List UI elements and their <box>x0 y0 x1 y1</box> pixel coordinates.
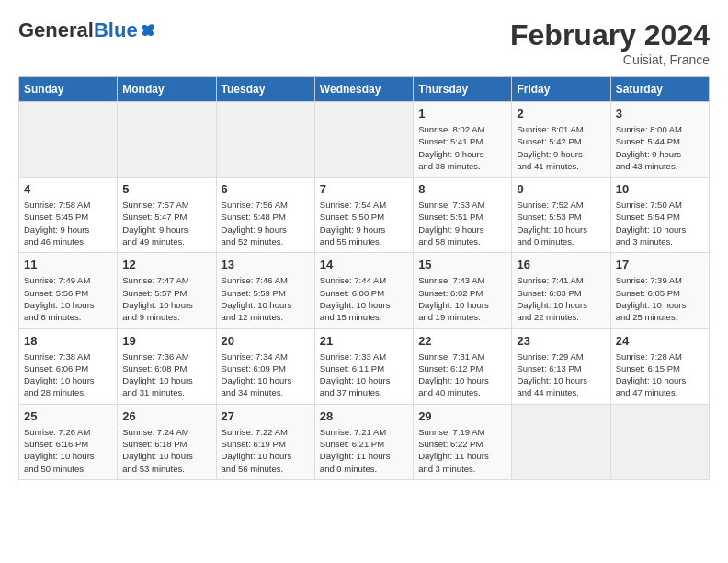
logo-general: General <box>18 18 94 42</box>
day-info: Sunrise: 7:38 AM Sunset: 6:06 PM Dayligh… <box>24 350 112 399</box>
weekday-header-monday: Monday <box>118 77 216 102</box>
location-subtitle: Cuisiat, France <box>510 52 710 67</box>
calendar-day-cell: 9Sunrise: 7:52 AM Sunset: 5:53 PM Daylig… <box>512 178 610 253</box>
day-number: 3 <box>616 107 704 121</box>
weekday-header-sunday: Sunday <box>19 77 118 102</box>
day-info: Sunrise: 7:34 AM Sunset: 6:09 PM Dayligh… <box>222 350 310 399</box>
calendar-day-cell: 21Sunrise: 7:33 AM Sunset: 6:11 PM Dayli… <box>314 328 413 404</box>
day-info: Sunrise: 7:19 AM Sunset: 6:22 PM Dayligh… <box>418 426 506 475</box>
calendar-day-cell: 3Sunrise: 8:00 AM Sunset: 5:44 PM Daylig… <box>610 102 709 178</box>
calendar-week-row: 4Sunrise: 7:58 AM Sunset: 5:45 PM Daylig… <box>19 178 710 253</box>
calendar-week-row: 18Sunrise: 7:38 AM Sunset: 6:06 PM Dayli… <box>19 328 710 404</box>
weekday-header-saturday: Saturday <box>610 77 709 102</box>
weekday-header-friday: Friday <box>512 77 610 102</box>
calendar-day-cell <box>610 404 709 479</box>
calendar-day-cell: 14Sunrise: 7:44 AM Sunset: 6:00 PM Dayli… <box>314 253 413 328</box>
calendar-day-cell: 28Sunrise: 7:21 AM Sunset: 6:21 PM Dayli… <box>314 404 413 479</box>
day-number: 11 <box>24 258 112 271</box>
calendar-day-cell: 17Sunrise: 7:39 AM Sunset: 6:05 PM Dayli… <box>610 253 709 328</box>
calendar-day-cell <box>512 404 610 479</box>
day-info: Sunrise: 7:52 AM Sunset: 5:53 PM Dayligh… <box>517 199 605 247</box>
calendar-day-cell: 12Sunrise: 7:47 AM Sunset: 5:57 PM Dayli… <box>118 253 216 328</box>
day-info: Sunrise: 7:46 AM Sunset: 5:59 PM Dayligh… <box>222 274 310 323</box>
day-number: 26 <box>122 409 210 423</box>
day-info: Sunrise: 7:41 AM Sunset: 6:03 PM Dayligh… <box>517 274 605 323</box>
logo: GeneralBlue <box>18 18 156 42</box>
calendar-day-cell: 25Sunrise: 7:26 AM Sunset: 6:16 PM Dayli… <box>19 404 118 479</box>
calendar-day-cell: 10Sunrise: 7:50 AM Sunset: 5:54 PM Dayli… <box>610 178 709 253</box>
logo-blue: Blue <box>94 18 138 42</box>
day-number: 29 <box>418 409 506 423</box>
day-info: Sunrise: 7:53 AM Sunset: 5:51 PM Dayligh… <box>418 199 506 247</box>
day-info: Sunrise: 7:47 AM Sunset: 5:57 PM Dayligh… <box>122 274 210 323</box>
calendar-day-cell: 19Sunrise: 7:36 AM Sunset: 6:08 PM Dayli… <box>118 328 216 404</box>
calendar-day-cell: 18Sunrise: 7:38 AM Sunset: 6:06 PM Dayli… <box>19 328 118 404</box>
day-number: 13 <box>222 258 310 271</box>
weekday-header-thursday: Thursday <box>414 77 512 102</box>
day-info: Sunrise: 7:43 AM Sunset: 6:02 PM Dayligh… <box>418 274 506 323</box>
calendar-day-cell: 23Sunrise: 7:29 AM Sunset: 6:13 PM Dayli… <box>512 328 610 404</box>
calendar-day-cell: 22Sunrise: 7:31 AM Sunset: 6:12 PM Dayli… <box>414 328 512 404</box>
day-number: 18 <box>24 334 112 348</box>
day-info: Sunrise: 8:00 AM Sunset: 5:44 PM Dayligh… <box>616 123 704 172</box>
calendar-day-cell: 7Sunrise: 7:54 AM Sunset: 5:50 PM Daylig… <box>314 178 413 253</box>
calendar-day-cell: 5Sunrise: 7:57 AM Sunset: 5:47 PM Daylig… <box>118 178 216 253</box>
day-info: Sunrise: 7:54 AM Sunset: 5:50 PM Dayligh… <box>320 199 408 247</box>
day-info: Sunrise: 7:29 AM Sunset: 6:13 PM Dayligh… <box>517 350 605 399</box>
calendar-day-cell <box>216 102 314 178</box>
calendar-day-cell: 26Sunrise: 7:24 AM Sunset: 6:18 PM Dayli… <box>118 404 216 479</box>
calendar-day-cell: 6Sunrise: 7:56 AM Sunset: 5:48 PM Daylig… <box>216 178 314 253</box>
title-block: February 2024 Cuisiat, France <box>510 18 710 67</box>
day-number: 1 <box>418 107 506 121</box>
day-number: 6 <box>222 182 310 196</box>
month-year-title: February 2024 <box>510 18 710 52</box>
calendar-day-cell: 15Sunrise: 7:43 AM Sunset: 6:02 PM Dayli… <box>414 253 512 328</box>
calendar-week-row: 1Sunrise: 8:02 AM Sunset: 5:41 PM Daylig… <box>19 102 710 178</box>
logo-text: GeneralBlue <box>18 18 156 42</box>
day-info: Sunrise: 7:44 AM Sunset: 6:00 PM Dayligh… <box>320 274 408 323</box>
calendar-day-cell: 13Sunrise: 7:46 AM Sunset: 5:59 PM Dayli… <box>216 253 314 328</box>
day-number: 25 <box>24 409 112 423</box>
day-info: Sunrise: 7:50 AM Sunset: 5:54 PM Dayligh… <box>616 199 704 247</box>
day-info: Sunrise: 7:26 AM Sunset: 6:16 PM Dayligh… <box>24 426 112 475</box>
calendar-day-cell: 20Sunrise: 7:34 AM Sunset: 6:09 PM Dayli… <box>216 328 314 404</box>
calendar-table: SundayMondayTuesdayWednesdayThursdayFrid… <box>18 76 710 480</box>
calendar-day-cell <box>118 102 216 178</box>
calendar-day-cell: 16Sunrise: 7:41 AM Sunset: 6:03 PM Dayli… <box>512 253 610 328</box>
calendar-day-cell: 8Sunrise: 7:53 AM Sunset: 5:51 PM Daylig… <box>414 178 512 253</box>
day-number: 8 <box>418 182 506 196</box>
calendar-day-cell <box>19 102 118 178</box>
calendar-day-cell: 1Sunrise: 8:02 AM Sunset: 5:41 PM Daylig… <box>414 102 512 178</box>
day-number: 15 <box>418 258 506 271</box>
day-info: Sunrise: 7:22 AM Sunset: 6:19 PM Dayligh… <box>222 426 310 475</box>
weekday-header-tuesday: Tuesday <box>216 77 314 102</box>
calendar-week-row: 25Sunrise: 7:26 AM Sunset: 6:16 PM Dayli… <box>19 404 710 479</box>
day-info: Sunrise: 7:49 AM Sunset: 5:56 PM Dayligh… <box>24 274 112 323</box>
day-info: Sunrise: 7:39 AM Sunset: 6:05 PM Dayligh… <box>616 274 704 323</box>
weekday-header-wednesday: Wednesday <box>314 77 413 102</box>
day-info: Sunrise: 7:33 AM Sunset: 6:11 PM Dayligh… <box>320 350 408 399</box>
day-number: 10 <box>616 182 704 196</box>
day-number: 22 <box>418 334 506 348</box>
day-number: 21 <box>320 334 408 348</box>
day-info: Sunrise: 8:01 AM Sunset: 5:42 PM Dayligh… <box>517 123 605 172</box>
calendar-day-cell: 11Sunrise: 7:49 AM Sunset: 5:56 PM Dayli… <box>19 253 118 328</box>
calendar-day-cell: 24Sunrise: 7:28 AM Sunset: 6:15 PM Dayli… <box>610 328 709 404</box>
day-info: Sunrise: 7:24 AM Sunset: 6:18 PM Dayligh… <box>122 426 210 475</box>
day-number: 7 <box>320 182 408 196</box>
calendar-header-row: SundayMondayTuesdayWednesdayThursdayFrid… <box>19 77 710 102</box>
day-number: 12 <box>122 258 210 271</box>
day-number: 5 <box>122 182 210 196</box>
calendar-day-cell: 2Sunrise: 8:01 AM Sunset: 5:42 PM Daylig… <box>512 102 610 178</box>
calendar-week-row: 11Sunrise: 7:49 AM Sunset: 5:56 PM Dayli… <box>19 253 710 328</box>
day-info: Sunrise: 8:02 AM Sunset: 5:41 PM Dayligh… <box>418 123 506 172</box>
day-number: 28 <box>320 409 408 423</box>
calendar-day-cell: 29Sunrise: 7:19 AM Sunset: 6:22 PM Dayli… <box>414 404 512 479</box>
calendar-day-cell: 27Sunrise: 7:22 AM Sunset: 6:19 PM Dayli… <box>216 404 314 479</box>
day-number: 23 <box>517 334 605 348</box>
day-info: Sunrise: 7:28 AM Sunset: 6:15 PM Dayligh… <box>616 350 704 399</box>
day-number: 19 <box>122 334 210 348</box>
day-number: 9 <box>517 182 605 196</box>
day-number: 14 <box>320 258 408 271</box>
day-info: Sunrise: 7:31 AM Sunset: 6:12 PM Dayligh… <box>418 350 506 399</box>
